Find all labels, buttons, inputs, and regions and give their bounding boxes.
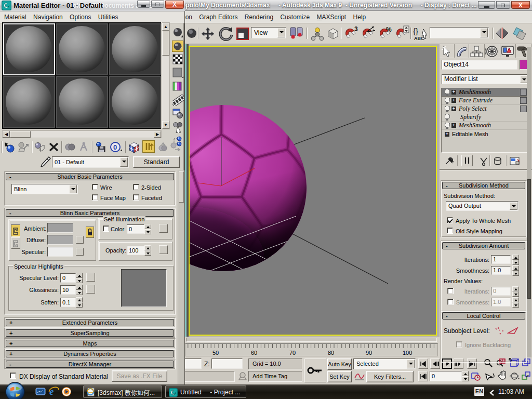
svg-text:%: % <box>386 26 392 33</box>
svg-text:{}: {} <box>413 26 418 35</box>
svg-text:0: 0 <box>113 143 117 151</box>
svg-text:3: 3 <box>354 25 358 33</box>
svg-text:ABC: ABC <box>414 36 424 41</box>
